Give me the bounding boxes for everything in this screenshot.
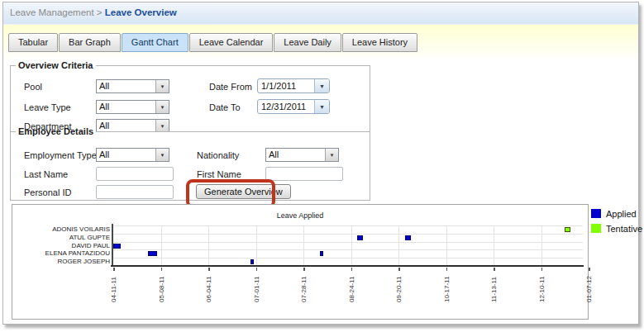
gridline <box>256 225 257 266</box>
tab-leave-calendar[interactable]: Leave Calendar <box>189 33 274 52</box>
calendar-dropdown-icon[interactable]: ▼ <box>314 79 329 92</box>
last-name-label: Last Name <box>24 169 68 179</box>
calendar-dropdown-icon[interactable]: ▼ <box>314 100 329 113</box>
breadcrumb: Leave Management > Leave Overview <box>10 7 177 17</box>
gridline <box>112 234 583 235</box>
leave-type-select[interactable]: All ▼ <box>96 100 169 114</box>
date-to-label: Date To <box>209 102 241 112</box>
pool-label: Pool <box>24 82 42 92</box>
gridline <box>541 225 542 266</box>
chart-legend: AppliedTentative <box>591 209 642 239</box>
date-from-picker[interactable]: 1/1/2011 ▼ <box>257 78 330 93</box>
first-name-label: First Name <box>197 169 241 179</box>
gridline <box>398 225 399 266</box>
gridline <box>112 249 583 250</box>
axis-tick <box>494 268 495 271</box>
pool-select[interactable]: All ▼ <box>96 79 169 93</box>
dropdown-arrow-icon[interactable]: ▼ <box>155 149 169 161</box>
last-name-input[interactable] <box>96 167 174 181</box>
legend-swatch-applied <box>591 209 601 218</box>
date-from-label: Date From <box>209 82 252 92</box>
axis-tick <box>208 268 210 271</box>
axis-tick <box>589 268 590 271</box>
axis-tick <box>398 268 400 271</box>
x-tick-label: 07-01-11 <box>253 277 260 302</box>
employment-type-select[interactable]: All ▼ <box>96 148 169 162</box>
personal-id-label: Personal ID <box>24 187 71 197</box>
first-name-input[interactable] <box>265 167 343 181</box>
dropdown-arrow-icon[interactable]: ▼ <box>155 101 169 113</box>
axis-tick <box>256 268 258 271</box>
axis-tick <box>446 268 448 271</box>
legend-label: Applied <box>606 209 637 219</box>
legend-label: Tentative <box>606 224 642 234</box>
legend-swatch-tentative <box>591 224 601 233</box>
gantt-mark-atul-gupte <box>405 235 411 240</box>
x-tick-label: 11-13-11 <box>490 277 498 302</box>
gridline <box>351 225 352 266</box>
gantt-plot: ADONIS VOILARISATUL GUPTEDAVID PAULELENA… <box>12 205 588 319</box>
gridline <box>208 225 209 266</box>
header-bar: Leave Management > Leave Overview <box>3 2 638 25</box>
leave-type-label: Leave Type <box>24 102 71 112</box>
x-tick-label: 10-17-11 <box>443 277 451 302</box>
generate-overview-button[interactable]: Generate Overview <box>196 184 291 199</box>
gridline <box>446 225 447 266</box>
employment-type-label: Employment Type <box>24 150 97 160</box>
gridline <box>303 225 304 266</box>
x-tick-label: 12-10-11 <box>538 277 546 302</box>
category-label-roger-joseph: ROGER JOSEPH <box>12 258 110 266</box>
axis-tick <box>541 268 543 271</box>
employee-details-legend: Employee Details <box>16 126 96 136</box>
tab-strip: TabularBar GraphGantt ChartLeave Calenda… <box>8 33 417 52</box>
x-tick-label: 01-07-12 <box>585 276 593 302</box>
gridline <box>112 258 583 258</box>
gantt-mark-atul-gupte <box>357 235 363 240</box>
legend-item-tentative: Tentative <box>591 224 642 233</box>
gantt-chart-panel: Leave Applied ADONIS VOILARISATUL GUPTED… <box>12 204 589 320</box>
tab-tabular[interactable]: Tabular <box>8 33 58 52</box>
category-label-atul-gupte: ATUL GUPTE <box>12 234 110 242</box>
category-label-adonis-voilaris: ADONIS VOILARIS <box>12 225 110 234</box>
gridline <box>112 242 583 243</box>
gridline <box>161 225 162 266</box>
gantt-mark-elena-pantazidou <box>320 251 323 256</box>
x-tick-label: 09-20-11 <box>395 277 403 302</box>
category-label-elena-pantazidou: ELENA PANTAZIDOU <box>12 249 110 258</box>
page-title: Leave Overview <box>105 7 177 17</box>
gantt-mark-david-paul <box>113 244 121 249</box>
date-to-picker[interactable]: 12/31/2011 ▼ <box>257 99 330 114</box>
tab-bar-graph[interactable]: Bar Graph <box>59 33 121 52</box>
gantt-mark-roger-joseph <box>250 259 254 264</box>
tab-leave-daily[interactable]: Leave Daily <box>274 33 341 52</box>
x-tick-label: 04-11-11 <box>110 277 117 302</box>
gridline <box>112 225 583 226</box>
axis-tick <box>113 268 115 271</box>
axis-tick <box>161 268 163 271</box>
tab-gantt-chart[interactable]: Gantt Chart <box>122 33 188 52</box>
overview-criteria-legend: Overview Criteria <box>16 60 96 70</box>
gridline <box>494 225 494 266</box>
gantt-mark-adonis-voilaris <box>565 227 570 232</box>
nationality-select[interactable]: All ▼ <box>265 148 339 162</box>
x-tick-label: 05-08-11 <box>158 277 165 302</box>
x-tick-label: 07-28-11 <box>300 277 308 302</box>
category-label-david-paul: DAVID PAUL <box>12 242 110 250</box>
nationality-label: Nationality <box>197 150 239 160</box>
app-window: Leave Management > Leave Overview Tabula… <box>2 2 639 325</box>
employee-details-fieldset: Employee Details Employment Type All ▼ N… <box>10 126 370 201</box>
axis-tick <box>351 268 353 271</box>
dropdown-arrow-icon[interactable]: ▼ <box>155 80 169 92</box>
leave-overview-page: Leave Management > Leave Overview Tabula… <box>0 0 644 332</box>
x-tick-label: 08-24-11 <box>348 277 355 302</box>
gantt-mark-elena-pantazidou <box>148 251 157 256</box>
dropdown-arrow-icon[interactable]: ▼ <box>325 149 338 161</box>
axis-tick <box>303 268 305 271</box>
breadcrumb-parent[interactable]: Leave Management > <box>10 7 103 17</box>
x-axis-line <box>111 265 584 267</box>
tab-leave-history[interactable]: Leave History <box>342 33 417 52</box>
x-tick-label: 06-04-11 <box>205 277 212 302</box>
personal-id-input[interactable] <box>96 185 174 199</box>
legend-item-applied: Applied <box>591 209 642 218</box>
